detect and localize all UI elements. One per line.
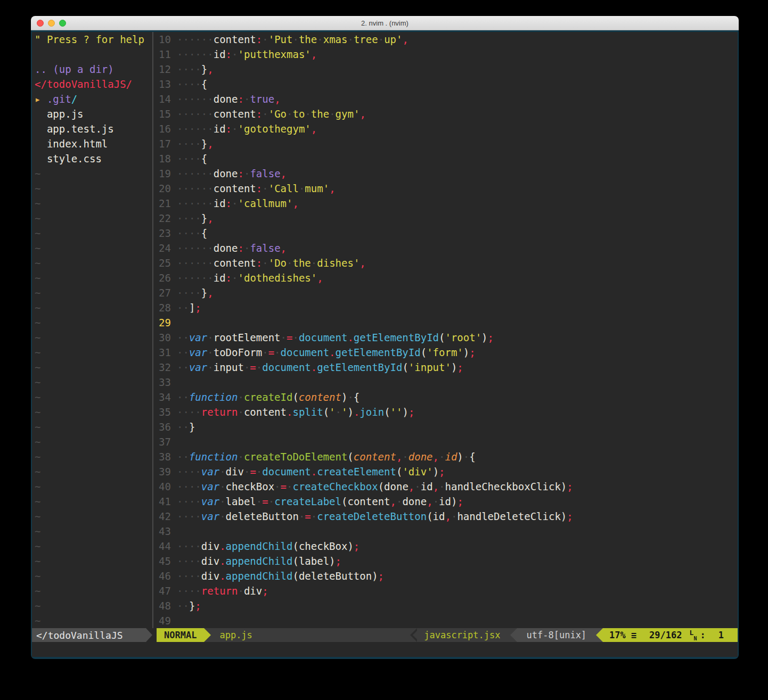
code-line-14[interactable]: 14······done:·true, <box>153 92 738 106</box>
line-number: 15 <box>153 106 177 121</box>
code-line-34[interactable]: 34··function·createId(content)·{ <box>153 390 738 405</box>
line-number: 31 <box>153 345 177 360</box>
line-number: 21 <box>153 196 177 211</box>
code-line-13[interactable]: 13····{ <box>153 77 738 92</box>
code-line-33[interactable]: 33 <box>153 375 738 390</box>
powerline-separator <box>146 628 152 642</box>
tree-item--Press-for-help[interactable]: " Press ? for help <box>35 32 152 47</box>
line-number: 10 <box>153 32 177 47</box>
tilde-filler: ~ <box>35 315 152 330</box>
code-line-17[interactable]: 17····}, <box>153 136 738 151</box>
code-line-45[interactable]: 45····div.appendChild(label); <box>153 554 738 569</box>
tree-item-app.test.js[interactable]: app.test.js <box>35 121 152 136</box>
line-number: 49 <box>153 613 177 628</box>
code-line-46[interactable]: 46····div.appendChild(deleteButton); <box>153 569 738 583</box>
tilde-filler: ~ <box>35 181 152 196</box>
line-number: 33 <box>153 375 177 390</box>
tilde-filler: ~ <box>35 241 152 256</box>
line-number: 44 <box>153 539 177 554</box>
tree-item-app.js[interactable]: app.js <box>35 106 152 121</box>
code-line-16[interactable]: 16······id:·'gotothegym', <box>153 121 738 136</box>
line-number: 28 <box>153 300 177 315</box>
tilde-filler: ~ <box>35 449 152 464</box>
tilde-filler: ~ <box>35 345 152 360</box>
code-line-18[interactable]: 18····{ <box>153 151 738 166</box>
code-line-35[interactable]: 35····return·content.split('·').join('')… <box>153 405 738 419</box>
tilde-filler: ~ <box>35 509 152 524</box>
tilde-filler: ~ <box>35 405 152 419</box>
mode-indicator: NORMAL <box>157 628 204 642</box>
line-number: 42 <box>153 509 177 524</box>
code-line-26[interactable]: 26······id:·'dothedishes', <box>153 270 738 285</box>
code-line-38[interactable]: 38··function·createToDoElement(content,·… <box>153 449 738 464</box>
code-line-37[interactable]: 37 <box>153 434 738 449</box>
code-line-25[interactable]: 25······content:·'Do·the·dishes', <box>153 256 738 270</box>
tilde-filler: ~ <box>35 300 152 315</box>
editor-buffer[interactable]: 10······content:·'Put·the·xmas·tree·up',… <box>153 32 738 628</box>
tilde-filler: ~ <box>35 583 152 598</box>
code-line-15[interactable]: 15······content:·'Go·to·the·gym', <box>153 106 738 121</box>
code-line-41[interactable]: 41····var·label·=·createLabel(content,·d… <box>153 494 738 509</box>
code-line-19[interactable]: 19······done:·false, <box>153 166 738 181</box>
code-line-23[interactable]: 23····{ <box>153 226 738 241</box>
code-line-48[interactable]: 48··}; <box>153 598 738 613</box>
line-number: 47 <box>153 583 177 598</box>
column-number: 1 <box>718 630 724 640</box>
code-line-49[interactable]: 49 <box>153 613 738 628</box>
line-number: 43 <box>153 524 177 539</box>
code-line-32[interactable]: 32··var·input·=·document.getElementById(… <box>153 360 738 375</box>
tilde-filler: ~ <box>35 524 152 539</box>
code-line-43[interactable]: 43 <box>153 524 738 539</box>
code-line-44[interactable]: 44····div.appendChild(checkBox); <box>153 539 738 554</box>
tilde-filler: ~ <box>35 196 152 211</box>
line-number: 26 <box>153 270 177 285</box>
code-line-36[interactable]: 36··} <box>153 419 738 434</box>
code-line-12[interactable]: 12····}, <box>153 62 738 77</box>
line-number: 19 <box>153 166 177 181</box>
code-line-27[interactable]: 27····}, <box>153 285 738 300</box>
code-line-47[interactable]: 47····return·div; <box>153 583 738 598</box>
code-line-22[interactable]: 22····}, <box>153 211 738 226</box>
terminal-window: 2. nvim . (nvim) " Press ? for help.. (u… <box>31 16 739 659</box>
tilde-filler: ~ <box>35 375 152 390</box>
code-line-42[interactable]: 42····var·deleteButton·=·createDeleteBut… <box>153 509 738 524</box>
code-line-20[interactable]: 20······content:·'Call·mum', <box>153 181 738 196</box>
line-number: 25 <box>153 256 177 270</box>
code-line-10[interactable]: 10······content:·'Put·the·xmas·tree·up', <box>153 32 738 47</box>
line-number-icon: LN <box>690 630 697 640</box>
code-line-30[interactable]: 30··var·rootElement·=·document.getElemen… <box>153 330 738 345</box>
code-line-39[interactable]: 39····var·div·=·document.createElement('… <box>153 464 738 479</box>
line-number: 23 <box>153 226 177 241</box>
code-line-31[interactable]: 31··var·toDoForm·=·document.getElementBy… <box>153 345 738 360</box>
tree-item--.git-[interactable]: ▸ .git/ <box>35 92 152 106</box>
code-line-28[interactable]: 28··]; <box>153 300 738 315</box>
tree-item-style.css[interactable]: style.css <box>35 151 152 166</box>
tilde-filler: ~ <box>35 330 152 345</box>
command-line[interactable] <box>32 642 738 657</box>
tree-item-index.html[interactable]: index.html <box>35 136 152 151</box>
scroll-percent: 17% <box>609 630 626 640</box>
vim-area: " Press ? for help.. (up a dir)</todoVan… <box>32 32 738 628</box>
line-number: 11 <box>153 47 177 62</box>
line-number: 41 <box>153 494 177 509</box>
line-number: 30 <box>153 330 177 345</box>
line-number: 22 <box>153 211 177 226</box>
hamburger-icon: ≡ <box>631 630 636 640</box>
close-button[interactable] <box>37 20 44 27</box>
code-line-40[interactable]: 40····var·checkBox·=·createCheckbox(done… <box>153 479 738 494</box>
tilde-filler: ~ <box>35 211 152 226</box>
code-line-11[interactable]: 11······id:·'putthexmas', <box>153 47 738 62</box>
line-number: 29 <box>153 315 177 330</box>
line-number: 18 <box>153 151 177 166</box>
tilde-filler: ~ <box>35 256 152 270</box>
nerdtree-statusline: </todoVanillaJS <box>32 628 146 642</box>
zoom-button[interactable] <box>59 20 66 27</box>
code-line-24[interactable]: 24······done:·false, <box>153 241 738 256</box>
tree-item-..-up-a-dir-[interactable]: .. (up a dir) <box>35 62 152 77</box>
window-title: 2. nvim . (nvim) <box>31 16 739 30</box>
tilde-filler: ~ <box>35 539 152 554</box>
minimize-button[interactable] <box>48 20 55 27</box>
code-line-29[interactable]: 29 <box>153 315 738 330</box>
tree-item--todoVanillaJS-[interactable]: </todoVanillaJS/ <box>35 77 152 92</box>
code-line-21[interactable]: 21······id:·'callmum', <box>153 196 738 211</box>
